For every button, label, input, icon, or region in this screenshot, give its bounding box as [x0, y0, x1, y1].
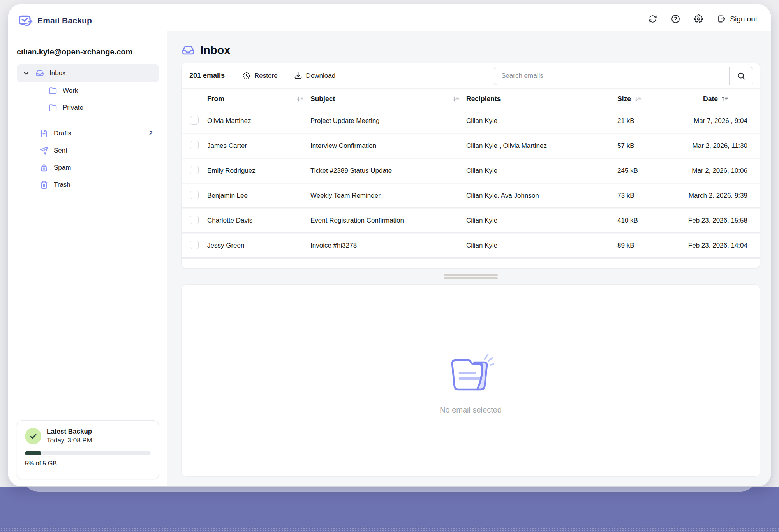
row-checkbox[interactable] [190, 166, 199, 174]
cell-date: March 2, 2026, 9:39 [680, 192, 747, 200]
cell-date: Feb 23, 2026, 15:58 [680, 217, 747, 225]
cell-size: 245 kB [617, 167, 680, 175]
help-icon[interactable] [671, 14, 680, 23]
header-from[interactable]: From [207, 95, 310, 103]
email-row[interactable]: James Carter Interview Confirmation Cili… [182, 134, 760, 158]
signout-label: Sign out [730, 15, 757, 23]
empty-folder-illustration [442, 347, 499, 395]
system-folders: Drafts 2 Sent Spam [17, 125, 159, 193]
backup-usage-label: 5% of 5 GB [25, 460, 151, 467]
cell-size: 21 kB [617, 117, 680, 125]
sidebar-item-label: Inbox [49, 69, 66, 77]
cell-from: James Carter [207, 142, 310, 150]
header-size[interactable]: Size [617, 95, 680, 103]
empty-state-message: No email selected [440, 406, 502, 414]
inbox-icon [35, 69, 44, 77]
header-subject[interactable]: Subject [310, 95, 466, 103]
row-checkbox[interactable] [190, 141, 199, 149]
sidebar-item-label: Private [63, 104, 83, 112]
folder-icon [49, 86, 57, 95]
backup-success-icon [25, 428, 41, 444]
sidebar-item-drafts[interactable]: Drafts 2 [17, 125, 159, 142]
email-row[interactable]: Olivia Martinez Project Update Meeting C… [182, 109, 760, 133]
table-header: From Subject Recipients [182, 89, 760, 109]
cell-recipients: Cilian Kyle , Olivia Martinez [466, 142, 617, 150]
sidebar-item-label: Sent [54, 147, 67, 155]
search-icon [737, 72, 746, 80]
backup-title: Latest Backup [47, 428, 92, 435]
row-checkbox[interactable] [190, 116, 199, 125]
email-row[interactable]: Jessy Green Invoice #hi3278 Cilian Kyle … [182, 234, 760, 257]
table-footer-spacer [182, 259, 760, 268]
inbox-title-icon [181, 44, 195, 57]
sidebar-item-trash[interactable]: Trash [17, 176, 159, 193]
cell-size: 73 kB [617, 192, 680, 200]
folder-tree: Inbox Work Private [17, 64, 159, 116]
signout-button[interactable]: Sign out [717, 14, 757, 23]
app-header: Email Backup [8, 4, 771, 31]
list-toolbar: 201 emails Restore Download [182, 63, 760, 89]
sidebar-item-spam[interactable]: Spam [17, 159, 159, 176]
row-checkbox[interactable] [190, 241, 199, 249]
account-email: cilian.kyle@open-xchange.com [17, 47, 159, 56]
backup-progress-bar [25, 451, 151, 455]
drafts-count-badge: 2 [149, 130, 153, 137]
trash-icon [40, 181, 48, 189]
sidebar-item-label: Drafts [54, 130, 71, 137]
header-recipients: Recipients [466, 95, 617, 103]
sidebar-item-private[interactable]: Private [17, 99, 159, 116]
email-row[interactable]: Charlotte Davis Event Registration Confi… [182, 209, 760, 232]
sidebar-item-label: Spam [54, 164, 71, 172]
brand: Email Backup [19, 14, 92, 27]
resize-handle[interactable] [444, 274, 498, 279]
download-icon [294, 72, 302, 80]
signout-icon [717, 14, 726, 23]
cell-from: Benjamin Lee [207, 192, 310, 200]
sort-desc-icon [634, 96, 642, 102]
restore-clock-icon [242, 72, 250, 80]
email-row[interactable]: Benjamin Lee Weekly Team Reminder Cilian… [182, 184, 760, 207]
header-date[interactable]: Date [680, 95, 747, 103]
refresh-icon[interactable] [648, 14, 657, 23]
row-checkbox[interactable] [190, 191, 199, 199]
email-row[interactable]: Emily Rodriguez Ticket #2389 Status Upda… [182, 159, 760, 183]
cell-subject: Project Update Meeting [310, 117, 466, 125]
cell-date: Mar 2, 2026, 11:30 [680, 142, 747, 150]
row-checkbox[interactable] [190, 216, 199, 224]
search-button[interactable] [729, 67, 753, 85]
cell-from: Olivia Martinez [207, 117, 310, 125]
search-input[interactable] [494, 67, 729, 85]
sidebar-item-label: Work [63, 87, 78, 95]
restore-button[interactable]: Restore [242, 72, 278, 80]
spam-icon [40, 163, 48, 172]
cell-from: Jessy Green [207, 242, 310, 249]
sidebar-item-inbox[interactable]: Inbox [17, 64, 159, 82]
cell-from: Charlotte Davis [207, 217, 310, 225]
email-list-card: 201 emails Restore Download [181, 63, 760, 269]
email-rows: Olivia Martinez Project Update Meeting C… [182, 109, 760, 259]
page-title: Inbox [200, 44, 230, 57]
email-count: 201 emails [189, 72, 225, 80]
cell-subject: Invoice #hi3278 [310, 242, 466, 249]
page-backdrop [0, 487, 779, 532]
cell-date: Mar 7, 2026 , 9:04 [680, 117, 747, 125]
sidebar-item-work[interactable]: Work [17, 82, 159, 99]
cell-recipients: Cilian Kyle [466, 217, 617, 225]
download-button[interactable]: Download [294, 72, 336, 80]
sidebar-item-sent[interactable]: Sent [17, 142, 159, 159]
sort-desc-icon [297, 96, 304, 102]
sidebar-item-label: Trash [54, 181, 70, 189]
app-window: Email Backup [8, 4, 771, 486]
folder-icon [49, 104, 57, 112]
settings-icon[interactable] [694, 14, 703, 23]
cell-size: 57 kB [617, 142, 680, 150]
cell-size: 410 kB [617, 217, 680, 225]
sidebar: cilian.kyle@open-xchange.com Inbox Work [8, 31, 167, 486]
backup-time: Today, 3:08 PM [47, 437, 92, 444]
preview-panel: No email selected [181, 284, 760, 477]
file-text-icon [40, 129, 48, 138]
toolbar-divider [233, 68, 233, 83]
brand-title: Email Backup [37, 16, 92, 25]
backup-progress-fill [25, 451, 41, 455]
sort-desc-icon [453, 96, 460, 102]
